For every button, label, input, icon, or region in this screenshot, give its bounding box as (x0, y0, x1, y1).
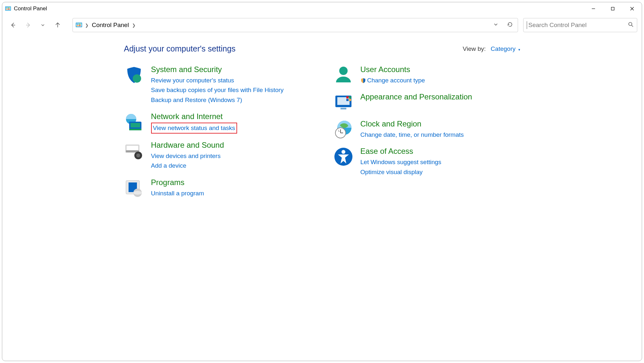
search-placeholder: Search Control Panel (528, 22, 628, 29)
svg-rect-7 (611, 7, 614, 10)
svg-rect-5 (8, 9, 10, 10)
chevron-right-icon: ❯ (132, 23, 136, 28)
category-link[interactable]: Uninstall a program (151, 189, 204, 198)
svg-point-34 (133, 191, 142, 195)
category-clock-and-region: LClock and RegionChange date, time, or n… (333, 119, 520, 140)
user-accounts-icon (333, 65, 353, 85)
up-button[interactable] (53, 21, 62, 30)
svg-rect-4 (6, 9, 8, 10)
titlebar: Control Panel (2, 2, 642, 15)
svg-rect-38 (346, 96, 349, 98)
control-panel-icon (5, 5, 11, 12)
minimize-button[interactable] (584, 3, 603, 14)
view-by-label: View by: (463, 45, 485, 52)
svg-rect-24 (130, 123, 140, 127)
category-link[interactable]: Save backup copies of your files with Fi… (151, 85, 284, 95)
category-link[interactable]: Let Windows suggest settings (360, 157, 441, 167)
view-by-control[interactable]: View by: Category ▾ (463, 45, 520, 52)
breadcrumb: ❯ Control Panel ❯ (85, 22, 136, 29)
category-title[interactable]: System and Security (151, 65, 284, 74)
maximize-button[interactable] (603, 3, 622, 14)
refresh-button[interactable] (507, 21, 513, 29)
control-panel-window: Control Panel (2, 2, 642, 361)
category-system-and-security: System and SecurityReview your computer'… (124, 65, 311, 105)
category-link[interactable]: View devices and printers (151, 151, 224, 161)
view-by-value[interactable]: Category ▾ (491, 45, 520, 52)
svg-line-20 (632, 25, 633, 27)
search-icon (628, 22, 634, 29)
chevron-right-icon: ❯ (85, 23, 89, 28)
category-programs: ProgramsUninstall a program (124, 178, 311, 198)
svg-rect-15 (77, 24, 79, 25)
category-link[interactable]: Backup and Restore (Windows 7) (151, 95, 284, 105)
svg-rect-3 (8, 7, 10, 8)
search-input[interactable]: Search Control Panel (523, 18, 637, 32)
category-title[interactable]: Programs (151, 178, 204, 187)
category-title[interactable]: Hardware and Sound (151, 141, 224, 150)
category-title[interactable]: Ease of Access (360, 147, 441, 156)
category-link[interactable]: Review your computer's status (151, 76, 284, 85)
category-link[interactable]: Optimize visual display (360, 167, 441, 177)
back-button[interactable] (9, 21, 18, 30)
category-user-accounts: User AccountsChange account type (333, 65, 520, 85)
svg-text:L: L (338, 129, 340, 132)
category-title[interactable]: User Accounts (360, 65, 425, 74)
forward-button[interactable] (24, 21, 33, 30)
category-link[interactable]: Change account type (360, 76, 425, 85)
svg-rect-18 (79, 25, 81, 26)
category-ease-of-access: Ease of AccessLet Windows suggest settin… (333, 147, 520, 177)
ease-of-access-icon (333, 147, 353, 167)
recent-locations-dropdown[interactable] (38, 21, 47, 30)
svg-rect-40 (346, 99, 349, 101)
chevron-down-icon: ▾ (518, 48, 520, 51)
category-appearance-and-personalization: Appearance and Personalization (333, 92, 520, 112)
category-hardware-and-sound: Hardware and SoundView devices and print… (124, 141, 311, 171)
close-button[interactable] (622, 3, 642, 14)
svg-point-35 (339, 67, 348, 75)
svg-point-21 (133, 74, 141, 83)
nav-bar: ❯ Control Panel ❯ Search Control Panel (2, 15, 642, 35)
svg-rect-39 (349, 96, 351, 98)
category-link[interactable]: View network status and tasks (151, 123, 237, 134)
hardware-and-sound-icon (124, 141, 144, 161)
svg-rect-27 (127, 146, 138, 150)
svg-point-19 (629, 22, 632, 25)
svg-rect-25 (129, 129, 141, 130)
clock-and-region-icon: L (333, 119, 353, 139)
category-title[interactable]: Clock and Region (360, 119, 464, 129)
svg-rect-41 (349, 99, 351, 101)
svg-point-49 (341, 150, 345, 154)
chevron-down-icon[interactable] (493, 22, 498, 28)
window-title: Control Panel (14, 5, 47, 12)
svg-rect-16 (79, 24, 81, 25)
category-link[interactable]: Add a device (151, 161, 224, 171)
breadcrumb-item[interactable]: Control Panel (92, 22, 129, 29)
category-title[interactable]: Network and Internet (151, 112, 237, 121)
system-and-security-icon (124, 65, 144, 85)
control-panel-icon (75, 22, 82, 29)
category-link[interactable]: Change date, time, or number formats (360, 130, 464, 140)
address-bar[interactable]: ❯ Control Panel ❯ (72, 18, 518, 32)
page-title: Adjust your computer's settings (124, 44, 236, 53)
appearance-and-personalization-icon (333, 92, 353, 112)
category-title[interactable]: Appearance and Personalization (360, 92, 472, 102)
content-area: Adjust your computer's settings View by:… (2, 35, 642, 361)
svg-rect-42 (341, 108, 346, 109)
programs-icon (124, 178, 144, 198)
network-and-internet-icon (124, 112, 144, 132)
svg-rect-17 (77, 25, 79, 26)
svg-rect-2 (6, 7, 8, 8)
svg-point-30 (136, 154, 140, 157)
category-network-and-internet: Network and InternetView network status … (124, 112, 311, 134)
